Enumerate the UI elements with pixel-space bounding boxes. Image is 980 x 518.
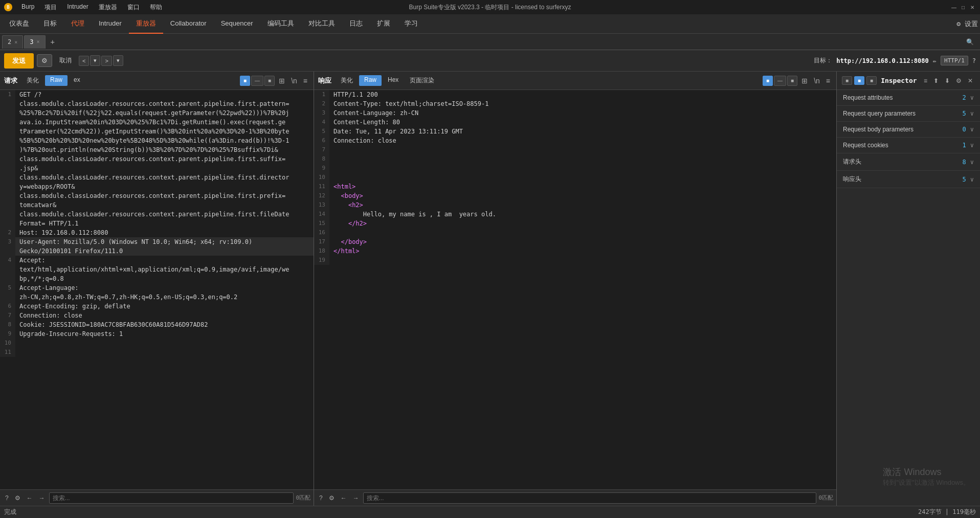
req-action-copy[interactable]: ⊞: [277, 76, 287, 86]
tab-2[interactable]: 2 ×: [2, 35, 23, 49]
forward-button[interactable]: >: [101, 56, 112, 66]
nav-target[interactable]: 目标: [36, 14, 64, 34]
resp-view-vert[interactable]: ■: [787, 76, 797, 86]
edit-icon[interactable]: ✏: [933, 57, 937, 64]
menu-project[interactable]: 项目: [39, 2, 62, 13]
nav-sequencer[interactable]: Sequencer: [214, 14, 260, 34]
resp-settings-icon[interactable]: ⚙: [327, 493, 337, 503]
resp-search-input[interactable]: [363, 492, 817, 504]
menu-window[interactable]: 窗口: [122, 2, 145, 13]
req-back-icon[interactable]: ←: [25, 493, 35, 503]
nav-bar: 仪表盘 目标 代理 Intruder 重放器 Collaborator Sequ…: [0, 14, 980, 34]
resp-action-wrap[interactable]: \n: [812, 76, 822, 86]
resp-action-copy[interactable]: ⊞: [799, 76, 810, 86]
tab-3[interactable]: 3 ×: [24, 35, 45, 49]
settings-label[interactable]: 设置: [965, 19, 978, 29]
resp-view-horiz[interactable]: —: [774, 76, 786, 86]
resp-tab-render[interactable]: 页面渲染: [405, 75, 439, 86]
tab-add-button[interactable]: +: [47, 36, 59, 48]
req-line-17: 3 User-Agent: Mozilla/5.0 (Windows NT 10…: [0, 237, 314, 246]
burp-logo: B: [4, 3, 12, 11]
nav-learn[interactable]: 学习: [397, 14, 425, 34]
cancel-button[interactable]: 取消: [55, 54, 76, 67]
inspector-panel: ■ ■ ■ Inspector ≡ ⬆ ⬇ ⚙ ✕ Request attrib…: [837, 72, 980, 506]
tab-2-close[interactable]: ×: [14, 39, 17, 45]
inspector-view-2[interactable]: ■: [854, 76, 864, 85]
nav-extensions[interactable]: 扩展: [370, 14, 397, 34]
nav-encoder[interactable]: 编码工具: [260, 14, 301, 34]
req-view-horiz[interactable]: —: [251, 76, 263, 86]
nav-intruder[interactable]: Intruder: [92, 14, 129, 34]
req-settings-icon[interactable]: ⚙: [13, 493, 23, 503]
req-tab-raw[interactable]: Raw: [45, 75, 68, 86]
resp-action-menu[interactable]: ≡: [824, 76, 832, 86]
req-line-22: 5 Accept-Language:: [0, 283, 314, 292]
nav-dashboard[interactable]: 仪表盘: [2, 14, 36, 34]
resp-view-split[interactable]: ■: [763, 76, 773, 86]
nav-compare[interactable]: 对比工具: [301, 14, 342, 34]
maximize-button[interactable]: □: [960, 4, 967, 11]
request-panel-tabs: 美化 Raw ex: [21, 75, 85, 86]
nav-repeater[interactable]: 重放器: [129, 14, 163, 34]
minimize-button[interactable]: —: [950, 4, 957, 11]
req-line-26: 8 Cookie: JSESSIONID=180AC7C8BFAB630C60A…: [0, 320, 314, 329]
inspector-item-3[interactable]: Request cookies 1 ∨: [837, 138, 980, 153]
help-icon[interactable]: ?: [972, 57, 976, 64]
req-line-24: 6 Accept-Encoding: gzip, deflate: [0, 302, 314, 311]
req-search-input[interactable]: [49, 492, 294, 504]
req-help-icon[interactable]: ?: [3, 493, 11, 503]
req-view-vert[interactable]: ■: [264, 76, 275, 86]
settings-button[interactable]: ⚙: [37, 54, 52, 67]
menu-repeater[interactable]: 重放器: [94, 2, 122, 13]
req-view-split[interactable]: ■: [240, 76, 250, 86]
resp-help-icon[interactable]: ?: [317, 493, 325, 503]
inspector-action-1[interactable]: ≡: [922, 76, 929, 85]
request-actions: ■ — ■ ⊞ \n ≡: [240, 76, 309, 86]
toolbar: 发送 ⚙ 取消 < ▾ > ▾ 目标： http://192.168.0.112…: [0, 50, 980, 72]
response-actions: ■ — ■ ⊞ \n ≡: [763, 76, 832, 86]
bottom-bar: 完成 242字节 | 119毫秒: [0, 506, 980, 518]
response-code-area[interactable]: 1 HTTP/1.1 200 2 Content-Type: text/html…: [314, 90, 836, 489]
resp-tab-hex[interactable]: Hex: [383, 75, 404, 86]
req-line-6: %5B%5D%20b%20%3D%20new%20byte%5B2048%5D%…: [0, 136, 314, 145]
menu-burp[interactable]: Burp: [16, 2, 39, 13]
nav-proxy[interactable]: 代理: [64, 14, 92, 34]
tab-3-close[interactable]: ×: [37, 39, 40, 44]
back-button[interactable]: <: [79, 56, 89, 66]
back-dropdown[interactable]: ▾: [90, 55, 100, 66]
req-tab-beautify[interactable]: 美化: [21, 75, 44, 86]
send-button[interactable]: 发送: [4, 53, 34, 69]
forward-dropdown[interactable]: ▾: [113, 55, 123, 66]
nav-logger[interactable]: 日志: [342, 14, 370, 34]
response-bottom: ? ⚙ ← → 0匹配: [314, 489, 836, 506]
req-line-20: text/html,application/xhtml+xml,applicat…: [0, 265, 314, 274]
response-panel-tabs: 美化 Raw Hex 页面渲染: [336, 75, 439, 86]
menu-intruder[interactable]: Intruder: [62, 2, 93, 13]
inspector-item-1[interactable]: Request query parameters 5 ∨: [837, 106, 980, 122]
http-version[interactable]: HTTP/1: [941, 56, 968, 65]
req-forward-icon[interactable]: →: [37, 493, 47, 503]
resp-forward-icon[interactable]: →: [351, 493, 361, 503]
resp-tab-beautify[interactable]: 美化: [336, 75, 358, 86]
request-code-area[interactable]: 1 GET /? class.module.classLoader.resour…: [0, 90, 314, 489]
inspector-item-4[interactable]: 请求头 8 ∨: [837, 153, 980, 171]
req-action-wrap[interactable]: \n: [289, 76, 299, 86]
close-button[interactable]: ✕: [969, 4, 976, 11]
inspector-settings[interactable]: ⚙: [954, 76, 964, 85]
inspector-item-0[interactable]: Request attributes 2 ∨: [837, 90, 980, 106]
resp-back-icon[interactable]: ←: [339, 493, 349, 503]
inspector-view-3[interactable]: ■: [866, 76, 877, 85]
inspector-action-3[interactable]: ⬇: [943, 76, 952, 85]
menu-help[interactable]: 帮助: [145, 2, 167, 13]
search-icon[interactable]: 🔍: [966, 38, 974, 46]
inspector-view-1[interactable]: ■: [842, 76, 852, 85]
inspector-item-2[interactable]: Request body parameters 0 ∨: [837, 122, 980, 138]
inspector-item-5[interactable]: 响应头 5 ∨: [837, 171, 980, 188]
req-action-menu[interactable]: ≡: [301, 76, 309, 86]
inspector-close[interactable]: ✕: [966, 76, 975, 85]
resp-line-2: 2 Content-Type: text/html;charset=ISO-88…: [314, 99, 836, 108]
inspector-action-2[interactable]: ⬆: [931, 76, 941, 85]
req-tab-ex[interactable]: ex: [69, 75, 85, 86]
resp-tab-raw[interactable]: Raw: [359, 75, 382, 86]
nav-collaborator[interactable]: Collaborator: [163, 14, 214, 34]
